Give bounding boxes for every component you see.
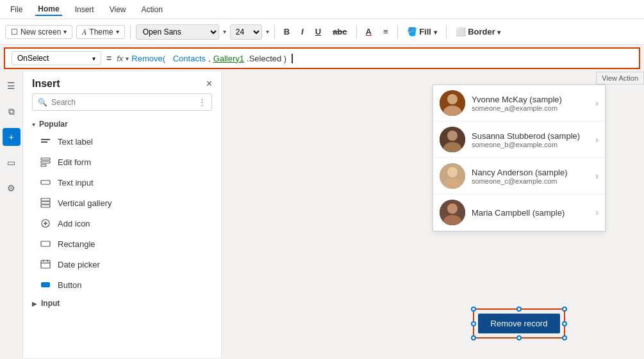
canvas-area: View Action Yvonne McKay (sample) someon… [222,72,644,358]
gallery-contact-0[interactable]: Yvonne McKay (sample) someone_a@example.… [433,85,605,122]
font-size-select[interactable]: 24 12 14 18 36 [230,24,262,40]
svg-rect-0 [41,139,50,140]
gallery-contact-2[interactable]: Nancy Anderson (sample) someone_c@exampl… [433,158,605,195]
insert-item-rectangle[interactable]: Rectangle [27,234,217,254]
panel-close-button[interactable]: × [206,78,212,90]
gallery-contact-1[interactable]: Susanna Stubberod (sample) someone_b@exa… [433,122,605,158]
search-box[interactable]: 🔍 ⋮ [32,93,212,111]
insert-item-vertical-gallery[interactable]: Vertical gallery [27,193,217,213]
toolbar-separator-3 [356,25,357,39]
rectangle-item-label: Rectangle [58,239,95,249]
insert-item-text-input[interactable]: Text input [27,172,217,193]
svg-point-29 [447,203,458,214]
text-label-item-label: Text label [58,137,93,147]
contact-info-0: Yvonne McKay (sample) someone_a@example.… [472,95,589,112]
underline-button[interactable]: U [311,25,325,38]
insert-item-text-label[interactable]: Text label [27,131,217,152]
svg-rect-4 [41,164,46,166]
svg-point-26 [447,167,458,177]
svg-rect-14 [41,260,50,268]
svg-rect-1 [41,141,47,143]
menu-home[interactable]: Home [35,3,62,16]
fill-button[interactable]: 🪣 Fill ▾ [403,25,441,38]
menu-action[interactable]: Action [139,4,165,15]
add-icon-item-label: Add icon [58,219,90,228]
fx-label: fx [117,54,123,63]
border-button[interactable]: ⬜ Border ▾ [452,25,505,38]
text-input-item-label: Text input [58,178,94,187]
new-screen-chevron-icon: ▾ [63,28,67,35]
contact-info-3: Maria Campbell (sample) [472,208,589,218]
gallery-contact-3[interactable]: Maria Campbell (sample) › [433,195,605,231]
insert-item-edit-form[interactable]: Edit form [27,152,217,172]
contact-email-0: someone_a@example.com [472,104,589,112]
handle-bl[interactable] [471,335,476,340]
svg-rect-18 [41,282,50,287]
align-button[interactable]: ≡ [379,25,392,38]
panel-title: Insert [32,78,60,90]
search-icon: 🔍 [38,98,47,107]
formula-bar: OnSelect ▾ = fx ▾ Remove( Contacts , Gal… [4,47,640,69]
italic-button[interactable]: I [297,25,308,38]
rectangle-icon [40,238,51,250]
layers-icon[interactable]: ⧉ [3,102,21,120]
insert-list: ▾ Popular Text label Edit form Text [23,116,221,358]
new-screen-button[interactable]: ☐ New screen ▾ [5,25,72,39]
insert-item-add-icon[interactable]: Add icon [27,213,217,234]
handle-tm[interactable] [516,307,522,312]
formula-selected: .Selected ) [247,54,286,63]
avatar-2 [440,163,465,189]
contact-info-1: Susanna Stubberod (sample) someone_b@exa… [472,131,589,148]
handle-tl[interactable] [471,307,476,312]
contact-name-2: Nancy Anderson (sample) [472,168,589,177]
handle-br[interactable] [562,335,567,340]
hamburger-icon[interactable]: ☰ [3,77,21,95]
insert-icon[interactable]: + [3,128,21,146]
font-chevron-icon: ▾ [223,28,226,35]
menu-file[interactable]: File [8,4,25,15]
theme-label: Theme [89,28,113,36]
formula-input[interactable]: fx ▾ Remove( Contacts , Gallery1 .Select… [117,54,632,63]
toolbar-separator-5 [446,25,447,39]
theme-icon: 𝐴 [82,28,87,36]
date-icon [40,259,51,270]
formula-separator: , [208,54,211,63]
fill-chevron-icon: ▾ [434,29,437,36]
section-popular[interactable]: ▾ Popular [27,116,217,131]
more-options-icon[interactable]: ⋮ [198,97,206,107]
font-color-button[interactable]: A [362,25,376,38]
property-dropdown[interactable]: OnSelect ▾ [12,51,101,65]
handle-ml[interactable] [471,321,476,326]
formula-cursor [289,54,293,63]
svg-rect-2 [41,158,50,160]
handle-mr[interactable] [562,321,567,326]
content-icon[interactable]: ▭ [3,154,21,172]
menu-insert[interactable]: Insert [72,4,97,15]
insert-item-date-picker[interactable]: Date picker [27,254,217,275]
font-select[interactable]: Open Sans Arial Segoe UI [136,24,219,40]
panel-header: Insert × [23,72,221,93]
insert-item-button[interactable]: Button [27,275,217,295]
date-picker-item-label: Date picker [58,260,100,269]
gallery-chevron-2: › [595,171,599,181]
controls-icon[interactable]: ⚙ [3,179,21,197]
gallery-chevron-0: › [595,98,599,108]
theme-chevron-icon: ▾ [116,28,119,35]
add-icon-icon [40,218,51,229]
remove-btn-wrapper: Remove record [473,308,566,339]
handle-tr[interactable] [562,307,567,312]
formula-contacts: Contacts [173,54,206,63]
new-screen-label: New screen [21,28,61,36]
handle-bm[interactable] [516,335,522,340]
remove-record-button[interactable]: Remove record [478,314,561,333]
property-chevron-icon: ▾ [92,55,95,62]
strikethrough-button[interactable]: abc [329,25,351,38]
theme-button[interactable]: 𝐴 Theme ▾ [76,25,124,39]
bold-button[interactable]: B [280,25,293,38]
view-action-badge: View Action [596,72,644,84]
menu-view[interactable]: View [107,4,129,15]
toolbar-separator-1 [130,25,131,39]
search-input[interactable] [51,98,194,107]
input-chevron-icon: ▶ [32,300,37,307]
section-input[interactable]: ▶ Input [27,295,217,310]
